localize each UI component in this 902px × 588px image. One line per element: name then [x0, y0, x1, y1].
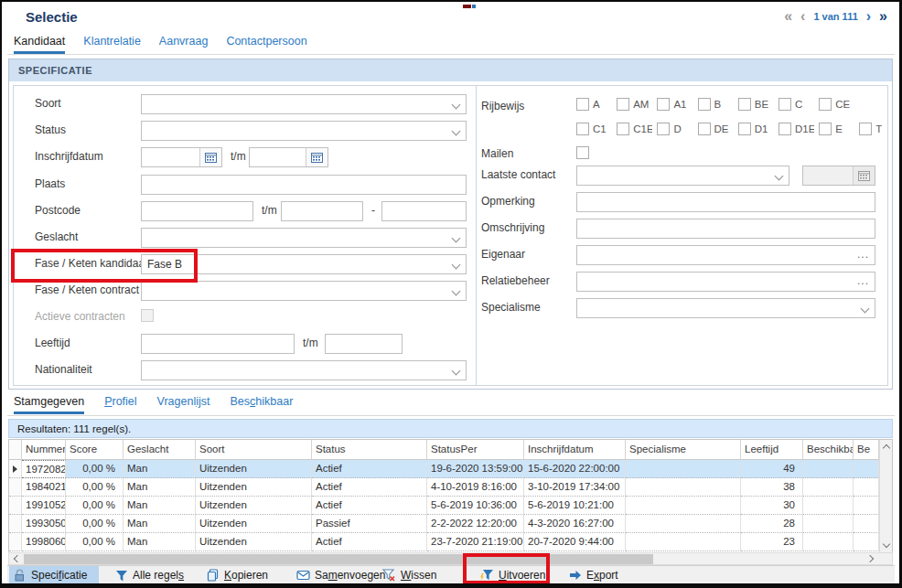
eigenaar-field[interactable]: ...: [576, 245, 875, 265]
checkbox-rijbewijs-d[interactable]: [657, 123, 670, 135]
column-header-nummer[interactable]: Nummer: [22, 440, 66, 460]
checkbox-rijbewijs-am[interactable]: [617, 98, 629, 111]
column-header-score[interactable]: Score: [66, 440, 123, 460]
table-cell: 0,00 %: [66, 515, 123, 533]
rijbewijs-option: A1: [657, 98, 697, 111]
table-cell: Uitzenden: [196, 478, 312, 497]
relatiebeheer-field[interactable]: ...: [576, 272, 875, 292]
calendar-icon[interactable]: [306, 148, 328, 166]
kopieren-button[interactable]: Kopieren: [201, 566, 274, 584]
checkbox-rijbewijs-c1[interactable]: [576, 123, 589, 135]
table-cell: 49: [741, 460, 803, 478]
column-header-beschikbaar[interactable]: Beschikbaar: [803, 440, 854, 460]
mailen-checkbox[interactable]: [576, 146, 589, 159]
column-header-specialisme[interactable]: Specialisme: [626, 440, 741, 460]
rijbewijs-option: C: [779, 98, 819, 111]
column-header-statusper[interactable]: StatusPer: [427, 440, 524, 460]
rijbewijs-checkbox-row-1: AAMA1BBECCE: [576, 98, 859, 111]
tab-klantrelatie[interactable]: Klantrelatie: [83, 35, 141, 54]
column-header-status[interactable]: Status: [312, 440, 427, 460]
leeftijd-to-input[interactable]: [325, 334, 403, 354]
first-record-button[interactable]: «: [784, 9, 792, 24]
column-header-soort[interactable]: Soort: [196, 440, 312, 460]
fase-keten-kandidaat-select[interactable]: Fase B: [141, 254, 467, 274]
checkbox-rijbewijs-d1[interactable]: [738, 123, 751, 135]
plaats-input[interactable]: [141, 175, 467, 195]
table-cell: Actief: [312, 497, 427, 515]
scroll-right-button[interactable]: [864, 553, 877, 564]
last-record-button[interactable]: »: [879, 9, 887, 24]
checkbox-rijbewijs-ce[interactable]: [819, 98, 832, 111]
nationaliteit-select[interactable]: [141, 360, 467, 380]
column-header-inschrijfdatum[interactable]: Inschrijfdatum: [524, 440, 626, 460]
inschrijfdatum-to-field[interactable]: [249, 147, 328, 167]
row-selector-header: [9, 440, 22, 460]
checkbox-rijbewijs-c[interactable]: [779, 98, 791, 111]
calendar-icon[interactable]: [199, 148, 221, 166]
leeftijd-from-input[interactable]: [141, 334, 295, 354]
eigenaar-browse-button[interactable]: ...: [857, 248, 869, 261]
specialisme-select[interactable]: [576, 298, 875, 318]
checkbox-rijbewijs-t[interactable]: [859, 123, 872, 135]
fase-keten-contract-select[interactable]: [141, 281, 467, 301]
uitvoeren-button-label: Uitvoeren: [499, 569, 545, 582]
checkbox-rijbewijs-be[interactable]: [738, 98, 751, 111]
table-row[interactable]: 19840210,00 %ManUitzendenActief4-10-2019…: [9, 478, 879, 497]
tab-contactpersoon[interactable]: Contactpersoon: [226, 35, 306, 54]
export-button[interactable]: Export: [564, 566, 624, 584]
wissen-button[interactable]: Wissen: [377, 566, 442, 584]
laatste-contact-select[interactable]: [576, 166, 789, 186]
checkbox-rijbewijs-d1e[interactable]: [779, 123, 791, 135]
eigenaar-label: Eigenaar: [481, 248, 525, 261]
table-cell: Actief: [312, 478, 427, 497]
vertical-scrollbar[interactable]: [879, 440, 892, 552]
tab-beschikbaar[interactable]: Beschikbaar: [231, 395, 294, 414]
horizontal-scrollbar-thumb[interactable]: [24, 554, 653, 564]
scroll-down-button[interactable]: [880, 539, 892, 552]
relatiebeheer-browse-button[interactable]: ...: [857, 274, 869, 287]
scroll-left-button[interactable]: [9, 553, 22, 564]
inschrijfdatum-from-field[interactable]: [141, 147, 222, 167]
table-row[interactable]: 19930500,00 %ManUitzendenPassief2-2-2022…: [9, 515, 879, 533]
scroll-up-button[interactable]: [880, 440, 892, 454]
next-record-button[interactable]: ›: [866, 9, 871, 24]
geslacht-select[interactable]: [141, 228, 467, 248]
alle-regels-button[interactable]: Alle regels: [110, 566, 189, 584]
tab-kandidaat[interactable]: Kandidaat: [14, 35, 65, 54]
table-cell: Uitzenden: [196, 533, 312, 551]
tab-vragenlijst[interactable]: Vragenlijst: [157, 395, 210, 414]
specificatie-button[interactable]: Specificatie: [9, 566, 99, 584]
tab-divider: [7, 54, 895, 55]
table-row[interactable]: 19980600,00 %ManUitzendenActief23-7-2020…: [9, 533, 879, 551]
checkbox-rijbewijs-c1e[interactable]: [617, 123, 629, 135]
checkbox-rijbewijs-b[interactable]: [698, 98, 711, 111]
tab-stamgegeven[interactable]: Stamgegeven: [14, 395, 84, 414]
opmerking-input[interactable]: [576, 192, 875, 212]
checkbox-rijbewijs-e[interactable]: [819, 123, 832, 135]
tab-aanvraag[interactable]: Aanvraag: [159, 35, 209, 54]
actieve-contracten-checkbox: [141, 309, 154, 322]
uitvoeren-button[interactable]: Uitvoeren: [474, 566, 551, 584]
tab-profiel[interactable]: Profiel: [104, 395, 136, 414]
soort-select[interactable]: [141, 94, 467, 114]
postcode-from-input[interactable]: [141, 201, 253, 221]
postcode-to-input[interactable]: [281, 201, 363, 221]
column-header-leeftijd[interactable]: Leeftijd: [741, 440, 803, 460]
checkbox-rijbewijs-a1[interactable]: [657, 98, 670, 111]
table-cell: [626, 460, 741, 478]
checkbox-rijbewijs-a[interactable]: [576, 98, 589, 111]
table-row[interactable]: 19910520,00 %ManUitzendenActief5-6-2019 …: [9, 497, 879, 515]
samenvoegen-button[interactable]: Samenvoegen: [291, 566, 391, 584]
status-select[interactable]: [141, 121, 467, 141]
postcode-suffix-input[interactable]: [381, 201, 467, 221]
calendar-icon: [853, 166, 875, 185]
horizontal-scrollbar[interactable]: [8, 552, 893, 565]
table-row[interactable]: 19720820,00 %ManUitzendenActief19-6-2020…: [9, 460, 879, 478]
table-cell: Uitzenden: [196, 497, 312, 515]
checkbox-rijbewijs-de[interactable]: [698, 123, 711, 135]
column-header-geslacht[interactable]: Geslacht: [123, 440, 196, 460]
table-cell: Uitzenden: [196, 515, 312, 533]
column-header-be[interactable]: Be: [854, 440, 879, 460]
omschrijving-input[interactable]: [576, 219, 875, 239]
previous-record-button[interactable]: ‹: [800, 9, 805, 24]
